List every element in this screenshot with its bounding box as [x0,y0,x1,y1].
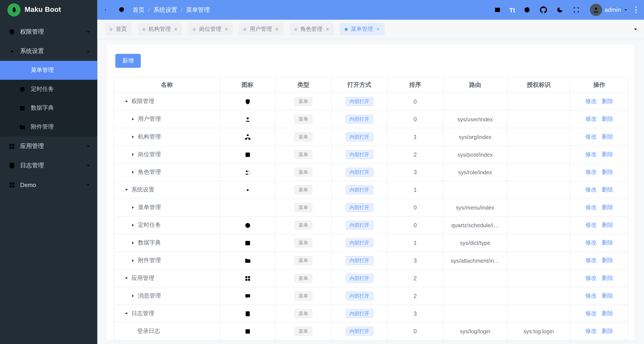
delete-link[interactable]: 删除 [602,222,613,228]
avatar[interactable] [590,4,602,16]
sidebar-subitem[interactable]: 定时任务 [0,80,97,99]
column-header: 授权标识 [507,77,570,93]
sidebar-item[interactable]: 应用管理 [0,136,97,156]
type-badge: 菜单 [294,115,312,124]
breadcrumb-item-home[interactable]: 首页 [132,6,144,14]
open-mode-badge: 内部打开 [346,132,374,141]
user-menu[interactable]: admin [586,4,629,16]
delete-link[interactable]: 删除 [602,168,613,175]
edit-link[interactable]: 修改 [585,204,597,211]
edit-link[interactable]: 修改 [585,115,597,122]
edit-link[interactable]: 修改 [585,292,597,299]
menu-table: 名称图标类型打开方式排序路由授权标识操作 权限管理菜单内部打开0修改删除用户管理… [114,77,628,340]
refresh-button[interactable] [114,3,128,17]
tab[interactable]: 角色管理× [289,23,334,36]
collapse-arrow-icon[interactable] [130,205,136,210]
tab[interactable]: 用户管理× [238,23,283,36]
fullscreen-icon[interactable] [569,3,583,17]
sidebar-item[interactable]: 日志管理 [0,156,97,175]
cell-name: 数据字典 [114,234,220,252]
collapse-sidebar-button[interactable] [100,3,114,17]
edit-link[interactable]: 修改 [585,274,597,281]
cell-type: 菜单 [275,305,332,322]
sidebar-subitem[interactable]: 菜单管理 [0,61,97,80]
edit-link[interactable]: 修改 [585,222,597,228]
open-mode-badge: 内部打开 [346,327,374,336]
collapse-arrow-icon[interactable] [130,134,136,139]
delete-link[interactable]: 删除 [602,327,613,334]
collapse-arrow-icon[interactable] [130,258,136,263]
edit-link[interactable]: 修改 [585,310,597,316]
menu-name: 角色管理 [138,168,161,176]
tab-close-icon[interactable]: × [174,26,178,32]
collapse-arrow-icon[interactable] [130,152,136,157]
delete-link[interactable]: 删除 [602,239,613,246]
delete-link[interactable]: 删除 [602,115,613,122]
tab[interactable]: 岗位管理× [188,23,233,36]
delete-link[interactable]: 删除 [602,133,613,140]
tab-close-icon[interactable]: × [326,26,329,32]
app-logo[interactable]: Maku Boot [0,0,97,20]
column-header: 排序 [387,77,443,93]
delete-link[interactable]: 删除 [602,204,613,211]
tab-close-icon[interactable]: × [275,26,278,32]
delete-link[interactable]: 删除 [602,274,613,281]
cell-sort: 1 [387,128,443,146]
breadcrumb-item-settings[interactable]: 系统设置 [154,6,177,14]
edit-link[interactable]: 修改 [585,327,597,334]
edit-link[interactable]: 修改 [585,151,597,157]
edit-link[interactable]: 修改 [585,133,597,140]
expand-arrow-icon[interactable] [124,99,129,104]
tab[interactable]: 菜单管理× [340,23,385,36]
edit-link[interactable]: 修改 [585,168,597,175]
language-icon[interactable] [520,3,534,17]
expand-arrow-icon[interactable] [124,187,129,192]
content-card: 新增 名称图标类型打开方式排序路由授权标识操作 权限管理菜单内部打开0修改删除用… [106,45,634,341]
edit-link[interactable]: 修改 [585,239,597,246]
table-row: 消息管理菜单内部打开2修改删除 [114,287,628,305]
delete-link[interactable]: 删除 [602,257,613,263]
font-size-icon[interactable]: Tt [507,7,518,13]
sidebar-subitem[interactable]: 数据字典 [0,99,97,118]
delete-link[interactable]: 删除 [602,310,613,316]
table-row: 菜单管理菜单内部打开0sys/menu/index修改删除 [114,199,628,216]
role-icon [244,169,251,176]
sidebar-item[interactable]: 系统设置 [0,42,97,61]
tabs-dropdown-button[interactable] [629,23,642,36]
chevron-down-icon [86,182,90,187]
edit-link[interactable]: 修改 [585,257,597,263]
open-mode-badge: 内部打开 [346,221,374,230]
delete-link[interactable]: 删除 [602,292,613,299]
tab-dot [142,28,145,31]
menu-name: 数据字典 [138,239,161,247]
sidebar-item[interactable]: 权限管理 [0,22,97,42]
menu-icon [244,204,251,211]
collapse-arrow-icon[interactable] [130,170,136,175]
collapse-arrow-icon[interactable] [130,223,136,228]
tab[interactable]: 首页 [105,23,132,36]
delete-link[interactable]: 删除 [602,98,613,104]
theme-toggle-icon[interactable] [553,3,567,17]
sidebar-item[interactable]: Demo [0,175,97,194]
delete-link[interactable]: 删除 [602,151,613,157]
cell-open-mode: 内部打开 [332,181,387,199]
edit-link[interactable]: 修改 [585,186,597,193]
github-icon[interactable] [536,3,550,17]
sidebar-subitem[interactable]: 附件管理 [0,118,97,136]
expand-arrow-icon[interactable] [124,311,129,316]
screenshot-icon[interactable] [490,3,504,17]
add-button[interactable]: 新增 [115,54,141,68]
tab[interactable]: 机构管理× [138,23,182,36]
cell-name: 登录日志 [114,322,220,340]
more-options-icon[interactable] [632,4,640,16]
tab-close-icon[interactable]: × [225,26,228,32]
open-mode-badge: 内部打开 [346,185,374,194]
collapse-arrow-icon[interactable] [130,293,136,298]
expand-arrow-icon[interactable] [124,276,129,281]
collapse-arrow-icon[interactable] [130,240,136,245]
tab-close-icon[interactable]: × [376,26,380,32]
breadcrumb-item-current: 菜单管理 [186,6,210,14]
edit-link[interactable]: 修改 [585,98,597,104]
collapse-arrow-icon[interactable] [130,117,136,122]
delete-link[interactable]: 删除 [602,186,613,193]
